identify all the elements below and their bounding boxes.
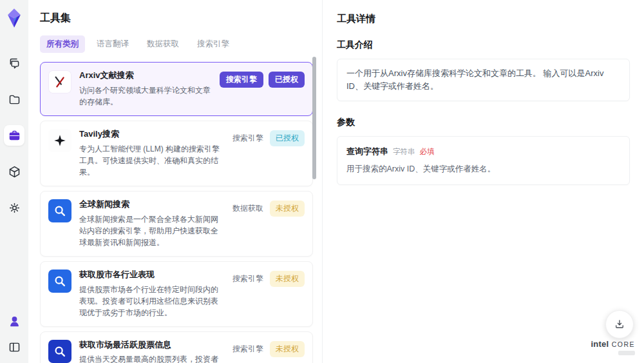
core-wordmark: core [612, 340, 635, 348]
panel-toggle-button[interactable] [6, 338, 23, 355]
tool-category-badge: 搜索引擎 [220, 72, 263, 88]
params-heading: 参数 [337, 117, 630, 128]
tool-auth-badge: 未授权 [270, 271, 305, 287]
tool-card[interactable]: 获取市场最活跃股票信息 提供当天交易量最高的股票列表，投资者可以利用这些信息来识… [40, 331, 313, 363]
tool-name: Arxiv文献搜索 [79, 70, 212, 81]
folder-icon [8, 93, 21, 106]
scrollbar-thumb[interactable] [312, 57, 316, 179]
tool-badges: 搜索引擎 已授权 [231, 129, 305, 178]
sidebar-item-plugins[interactable] [4, 161, 24, 182]
tool-description: 全球新闻搜索是一个聚合全球各大新闻网站内容的搜索引擎，帮助用户快速获取全球最新资… [79, 213, 223, 248]
category-tab[interactable]: 搜索引擎 [191, 35, 236, 53]
tool-icon [48, 129, 71, 152]
cube-icon [8, 165, 21, 179]
magnifier-icon [53, 344, 67, 358]
tool-category-badge: 搜索引擎 [231, 341, 265, 357]
tool-badges: 搜索引擎 已授权 [220, 70, 305, 108]
download-button[interactable] [605, 310, 634, 338]
magnifier-icon [53, 274, 67, 288]
tool-badges: 数据获取 未授权 [231, 199, 305, 248]
tool-auth-badge: 已授权 [270, 130, 305, 146]
user-avatar[interactable] [6, 313, 23, 329]
sidebar-item-chat[interactable] [4, 53, 24, 74]
tool-icon [48, 199, 71, 222]
param-header: 查询字符串 字符串 必填 [346, 146, 620, 157]
intel-wordmark: intel [591, 339, 609, 349]
tool-text: 全球新闻搜索 全球新闻搜索是一个聚合全球各大新闻网站内容的搜索引擎，帮助用户快速… [79, 199, 223, 248]
tool-card[interactable]: 全球新闻搜索 全球新闻搜索是一个聚合全球各大新闻网站内容的搜索引擎，帮助用户快速… [40, 191, 313, 257]
intel-ultra-mark [618, 351, 635, 355]
tool-name: 全球新闻搜索 [79, 199, 223, 210]
chat-icon [8, 57, 21, 70]
sidebar-bottom [6, 313, 23, 355]
sidebar [0, 0, 28, 363]
intro-heading: 工具介绍 [337, 39, 630, 51]
sidebar-item-tools[interactable] [4, 125, 24, 146]
intel-core-logo: intel core [591, 338, 635, 355]
briefcase-icon [8, 129, 21, 142]
tool-card[interactable]: Arxiv文献搜索 访问各个研究领域大量科学论文和文章的存储库。 搜索引擎 已授… [40, 62, 313, 116]
sidebar-nav [4, 53, 24, 218]
tool-name: 获取股市各行业表现 [79, 270, 223, 280]
tool-icon [48, 70, 71, 93]
tool-text: Arxiv文献搜索 访问各个研究领域大量科学论文和文章的存储库。 [79, 70, 212, 108]
tool-auth-badge: 未授权 [270, 201, 305, 217]
tool-name: Tavily搜索 [79, 129, 223, 140]
tool-description: 专为人工智能代理 (LLM) 构建的搜索引擎工具。可快速提供实时、准确和真实的结… [79, 143, 223, 178]
param-required-flag: 必填 [420, 147, 435, 157]
sidebar-item-settings[interactable] [4, 197, 24, 218]
app-window: 工具集 所有类别 语言翻译 数据获取 搜索引擎 Ar [0, 0, 644, 363]
param-description: 用于搜索的Arxiv ID、关键字或作者姓名。 [346, 163, 620, 175]
app-logo-icon [5, 8, 24, 28]
tool-list: Arxiv文献搜索 访问各个研究领域大量科学论文和文章的存储库。 搜索引擎 已授… [40, 62, 313, 363]
tool-badges: 搜索引擎 未授权 [231, 340, 305, 363]
tool-category-badge: 数据获取 [231, 201, 265, 217]
tools-panel-title: 工具集 [40, 12, 322, 25]
category-tab[interactable]: 数据获取 [140, 35, 185, 53]
param-type: 字符串 [393, 147, 415, 157]
param-card: 查询字符串 字符串 必填 用于搜索的Arxiv ID、关键字或作者姓名。 [337, 136, 630, 185]
tool-card[interactable]: 获取股市各行业表现 提供股票市场各个行业在特定时间段内的表现。投资者可以利用这些… [40, 261, 313, 327]
tool-category-badge: 搜索引擎 [231, 130, 265, 146]
tool-text: 获取股市各行业表现 提供股票市场各个行业在特定时间段内的表现。投资者可以利用这些… [79, 270, 223, 319]
param-name: 查询字符串 [346, 146, 388, 157]
tool-category-badge: 搜索引擎 [231, 271, 265, 287]
category-tabs: 所有类别 语言翻译 数据获取 搜索引擎 [40, 35, 322, 53]
download-icon [614, 319, 625, 330]
tool-auth-badge: 未授权 [270, 341, 305, 357]
details-panel: 工具详情 工具介绍 一个用于从Arxiv存储库搜索科学论文和文章的工具。 输入可… [322, 0, 644, 363]
magnifier-icon [53, 204, 67, 218]
tool-icon [48, 270, 71, 293]
tool-badges: 搜索引擎 未授权 [231, 270, 305, 319]
tool-text: 获取市场最活跃股票信息 提供当天交易量最高的股票列表，投资者可以利用这些信息来识… [79, 340, 223, 363]
tool-name: 获取市场最活跃股票信息 [79, 340, 223, 351]
tavily-logo-icon [53, 133, 67, 148]
category-tab[interactable]: 所有类别 [40, 35, 85, 53]
sidebar-item-files[interactable] [4, 89, 24, 110]
arxiv-logo-icon [53, 75, 67, 89]
details-title: 工具详情 [337, 13, 630, 25]
tool-icon [48, 340, 71, 363]
tool-auth-badge: 已授权 [269, 72, 305, 88]
tool-card[interactable]: Tavily搜索 专为人工智能代理 (LLM) 构建的搜索引擎工具。可快速提供实… [40, 121, 313, 186]
gear-icon [8, 201, 21, 215]
panel-toggle-icon [8, 340, 21, 354]
category-tab[interactable]: 语言翻译 [90, 35, 135, 53]
user-icon [8, 315, 21, 328]
tools-panel: 工具集 所有类别 语言翻译 数据获取 搜索引擎 Ar [28, 0, 322, 363]
intro-text: 一个用于从Arxiv存储库搜索科学论文和文章的工具。 输入可以是Arxiv ID… [337, 59, 630, 101]
tool-description: 提供股票市场各个行业在特定时间段内的表现。投资者可以利用这些信息来识别表现优于或… [79, 284, 223, 319]
param-list: 查询字符串 字符串 必填 用于搜索的Arxiv ID、关键字或作者姓名。 [337, 136, 630, 185]
tool-description: 提供当天交易量最高的股票列表，投资者可以利用这些信息来识别流动性强的股票和潜在的… [79, 353, 223, 363]
tool-description: 访问各个研究领域大量科学论文和文章的存储库。 [79, 84, 212, 108]
tool-text: Tavily搜索 专为人工智能代理 (LLM) 构建的搜索引擎工具。可快速提供实… [79, 129, 223, 178]
